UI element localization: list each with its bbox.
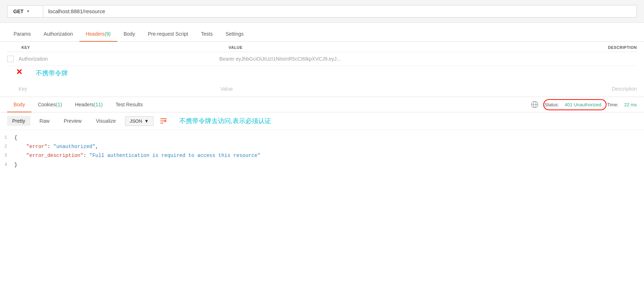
resp-tab-cookies[interactable]: Cookies(1) (31, 97, 69, 112)
url-bar: GET ▼ (0, 0, 644, 23)
header-checkbox[interactable] (7, 56, 14, 62)
headers-section: KEY VALUE DESCRIPTION Authorization Bear… (0, 42, 644, 94)
code-value-error-desc: "Full authentication is required to acce… (89, 151, 260, 160)
new-value-placeholder[interactable]: Value (220, 86, 428, 92)
col-desc-label: DESCRIPTION (443, 45, 637, 50)
resp-tab-test-results[interactable]: Test Results (109, 97, 149, 112)
globe-icon (531, 101, 539, 108)
code-value-error: "unauthorized" (53, 142, 95, 151)
response-tabs-row: Body Cookies(1) Headers(11) Test Results… (0, 97, 644, 112)
code-line-4: 4 } (0, 161, 637, 169)
col-key-label: KEY (21, 45, 229, 50)
code-body: 1 { 2 "error" : "unauthorized" , 3 "erro… (0, 130, 644, 173)
status-value: 401 Unauthorized (565, 102, 601, 107)
resp-tab-body[interactable]: Body (7, 97, 31, 112)
tab-authorization[interactable]: Authorization (37, 27, 79, 42)
format-select[interactable]: JSON ▼ (125, 116, 154, 126)
body-annotation: 不携带令牌去访问,表示必须认证 (179, 117, 271, 125)
body-tab-preview[interactable]: Preview (59, 116, 87, 126)
red-x-icon: × (16, 67, 22, 77)
wrap-icon (160, 117, 168, 125)
annotation-no-token: × 不携带令牌 (7, 66, 637, 84)
code-key-error-desc: "error_description" (26, 151, 84, 160)
wrap-button[interactable] (158, 116, 169, 126)
method-select[interactable]: GET ▼ (7, 5, 43, 17)
method-chevron-icon: ▼ (26, 9, 30, 13)
body-tab-visualize[interactable]: Visualize (91, 116, 121, 126)
headers-column-labels: KEY VALUE DESCRIPTION (7, 42, 637, 52)
code-colon-1: : (47, 142, 53, 151)
tab-settings[interactable]: Settings (219, 27, 250, 42)
response-status-area: Status: 401 Unauthorized Time: 22 ms (531, 101, 637, 108)
time-label: Time: (607, 102, 619, 107)
tab-headers[interactable]: Headers(9) (79, 27, 117, 42)
resp-tab-headers[interactable]: Headers(11) (69, 97, 109, 112)
code-line-2: 2 "error" : "unauthorized" , (0, 142, 637, 151)
request-tabs: Params Authorization Headers(9) Body Pre… (0, 26, 644, 42)
tab-pre-request[interactable]: Pre-request Script (141, 27, 195, 42)
code-key-error: "error" (26, 142, 48, 151)
tab-params[interactable]: Params (7, 27, 37, 42)
header-key-cell[interactable]: Authorization (19, 56, 219, 62)
body-toolbar: Pretty Raw Preview Visualize JSON ▼ 不携带令… (0, 112, 644, 130)
header-value-cell[interactable]: Bearer eyJhbGciOiJIUzI1NiIsInR5cCI6IkpXV… (219, 56, 434, 62)
headers-badge: (9) (105, 31, 111, 37)
format-chevron-icon: ▼ (144, 118, 149, 124)
tab-body[interactable]: Body (117, 27, 141, 42)
body-tab-pretty[interactable]: Pretty (7, 116, 30, 126)
code-comma-1: , (95, 142, 98, 151)
line-number-1: 1 (0, 133, 14, 142)
code-line-3: 3 "error_description" : "Full authentica… (0, 151, 637, 160)
col-value-label: VALUE (229, 45, 443, 50)
line-bracket-close: } (14, 161, 17, 169)
line-number-4: 4 (0, 161, 14, 169)
line-bracket-open: { (14, 133, 17, 142)
code-colon-2: : (83, 151, 89, 160)
line-number-2: 2 (0, 142, 14, 151)
resp-headers-badge: (11) (94, 102, 103, 107)
no-token-label: 不携带令牌 (36, 69, 68, 77)
new-key-placeholder[interactable]: Key (19, 86, 220, 92)
time-value: 22 ms (624, 102, 637, 107)
new-desc-placeholder[interactable]: Description (428, 86, 637, 92)
new-header-row: Key Value Description (7, 84, 637, 94)
header-row-authorization: Authorization Bearer eyJhbGciOiJIUzI1NiI… (7, 52, 637, 66)
method-label: GET (13, 9, 24, 14)
url-input[interactable] (43, 5, 637, 17)
cookies-badge: (1) (56, 102, 62, 107)
tab-tests[interactable]: Tests (195, 27, 219, 42)
body-tab-raw[interactable]: Raw (35, 116, 55, 126)
line-number-3: 3 (0, 151, 14, 159)
response-tabs: Body Cookies(1) Headers(11) Test Results (7, 97, 149, 112)
code-line-1: 1 { (0, 133, 637, 142)
